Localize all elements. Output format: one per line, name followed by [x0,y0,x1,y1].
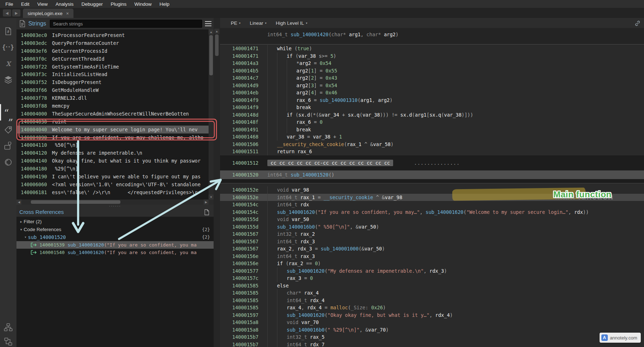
menu-item-analysis[interactable]: Analysis [52,1,77,7]
string-row[interactable]: 140003ec0IsProcessorFeaturePresent [16,31,214,39]
code-address[interactable]: 1400014c7 [232,75,259,81]
menu-item-plugins[interactable]: Plugins [107,1,130,7]
strings-vertical-scrollbar[interactable]: ▲ ▼ [209,29,214,200]
code-address[interactable]: 1400015b7 [232,334,259,340]
code-line[interactable]: 1400015b7int32_t rax_5 [220,333,644,341]
string-address[interactable]: 140004000 [21,111,52,117]
code-line[interactable]: 14000156eint64_t rax_3 [220,253,644,260]
braces-icon[interactable]: {··} [0,41,16,53]
sitemap-icon[interactable] [0,321,16,333]
string-address[interactable]: 140004040 [21,127,52,132]
code-address[interactable]: 140001491 [232,127,259,132]
string-row[interactable]: 140004140Okay okay fine, but what is it … [16,157,214,165]
code-line[interactable]: 1400015a8void var_70 [220,319,644,326]
forward-button[interactable]: ▶ [12,9,20,17]
code-address[interactable]: 1400014a3 [232,60,259,66]
function1-signature[interactable]: int64_t sub_140001420(char* arg1, char* … [267,32,399,37]
string-row[interactable]: 140006060<?xml version=\'1.0\' encoding=… [16,180,214,188]
string-row[interactable]: 140003f52IsDebuggerPresent [16,78,214,86]
code-line[interactable]: 14000152eint64_t rax_1 = __security_cook… [220,194,644,201]
string-row[interactable]: 140004030ruint [16,118,214,126]
code-address[interactable]: 140001506 [232,141,259,147]
code-line[interactable]: 14000154cint64_t rdx [220,201,644,208]
code-address[interactable]: 140001512 [232,160,259,166]
code-line[interactable]: 14000157crax_3 = 0 [220,275,644,282]
string-row[interactable]: 140003f0cGetCurrentThreadId [16,55,214,63]
code-line[interactable]: 1400014a3*arg2 = 0x54 [220,60,644,67]
code-line[interactable]: 140001471if (var_38 s>= 5) [220,52,644,60]
string-address[interactable]: 140004110 [21,142,52,148]
code-address[interactable]: 1400014b5 [232,68,259,74]
strings-menu-icon[interactable] [205,21,211,26]
code-address[interactable]: 1400014d9 [232,83,259,88]
code-address[interactable]: 1400014f9 [232,97,259,103]
code-address[interactable]: 14000148f [232,119,259,125]
code-line[interactable]: 140001511return rax_6 [220,148,644,155]
code-address[interactable]: 1400014f9 [232,104,259,110]
code-address[interactable]: 14000155d [232,224,259,230]
code-address[interactable]: 14000148d [232,112,259,118]
string-address[interactable]: 140003f52 [21,79,52,85]
code-line[interactable]: 140001597sub_140001620("Okay okay fine, … [220,311,644,319]
string-row[interactable]: 140004180 %29[^\n] [16,165,214,173]
xref-function-row[interactable]: ▾sub_140001520{2} [16,233,214,241]
xref-code-references-row[interactable]: ▾Code References{2} [16,226,214,234]
string-row[interactable]: 140003f66GetModuleHandleW [16,86,214,94]
code-line[interactable]: 1400014d9arg2[3] = 0x54 [220,82,644,89]
string-row[interactable]: 140004040Welcome to my super secure logi… [16,126,214,133]
view-mode-pe[interactable]: PE▾ [231,20,240,26]
code-address[interactable]: 140001520 [232,172,259,178]
code-line[interactable]: 1400014c7arg2[2] = 0x43 [220,74,644,82]
padding-bytes-row[interactable]: 140001512 cc cc cc cc cc cc-cc cc cc cc … [220,159,644,167]
menu-item-edit[interactable]: Edit [17,1,33,7]
menu-item-window[interactable]: Window [130,1,156,7]
code-line[interactable]: 140001468var_38 = var_38 + 1 [220,133,644,141]
code-line[interactable]: 140001491break [220,126,644,133]
code-address[interactable]: 140001471 [232,53,259,59]
menu-item-debugger[interactable]: Debugger [77,1,106,7]
code-line[interactable]: 14000148frax_6 = 0 [220,118,644,126]
string-row[interactable]: 140003ef6GetCurrentProcessId [16,47,214,55]
tab-simplelogin[interactable]: simpleLogin.exe × [23,9,73,18]
code-line[interactable]: 14000156eif (rax_2 == 0) [220,260,644,267]
string-row[interactable]: 140004090If you are so confident, you ma… [16,133,214,141]
code-address[interactable]: 140001567 [232,231,259,237]
code-address[interactable]: 14000154c [232,202,259,207]
xref-doc-icon[interactable] [204,209,209,215]
xref-address[interactable]: 140001539 [39,242,65,248]
code-line[interactable]: 14000155dsub_1400016b0(" %50[^\n]", &var… [220,223,644,231]
menu-item-file[interactable]: File [1,1,17,7]
code-line[interactable]: 140001585rax_4, rdx_4 = malloc(_Size: 0x… [220,304,644,311]
string-address[interactable]: 140003f66 [21,87,52,93]
code-line[interactable]: 14000152evoid var_98 [220,186,644,194]
hash-document-icon[interactable]: # [0,25,16,37]
code-address[interactable]: 140001585 [232,297,259,303]
xref-address[interactable]: 140001540 [39,250,65,255]
string-row[interactable]: 140003f22GetSystemTimeAsFileTime [16,63,214,71]
code-address[interactable]: 14000152e [232,187,259,193]
back-button[interactable]: ◀ [3,9,11,17]
string-address[interactable]: 140004030 [21,119,52,125]
code-line[interactable]: 1400014f9break [220,104,644,111]
code-address[interactable]: 140001567 [232,239,259,244]
panel-splitter[interactable]: ······ [16,205,214,207]
code-address[interactable]: 140001597 [232,312,259,318]
search-input[interactable] [50,20,202,28]
menu-item-view[interactable]: View [33,1,52,7]
code-address[interactable]: 14000155d [232,216,259,222]
string-address[interactable]: 140003f78 [21,95,52,101]
view-mode-high-level-il[interactable]: High Level IL▾ [276,20,307,26]
xref-call-target[interactable]: sub_140001620 [67,242,104,248]
code-line[interactable]: 1400015a8sub_1400016b0(" %29[^\n]", &var… [220,326,644,334]
string-row[interactable]: 140004120My defenses are impenetrable.\n [16,149,214,157]
globe-icon[interactable] [0,156,16,168]
code-vertical-scrollbar[interactable]: ▲ [214,18,220,347]
layers-icon[interactable] [0,73,16,85]
string-address[interactable]: 140006060 [21,182,52,187]
quotes-icon[interactable]: “„ [0,106,16,121]
flowchart-icon[interactable] [0,336,16,347]
function2-header-row[interactable]: 140001520 int64_t sub_140001520() [220,170,644,179]
code-line[interactable]: 140001585int64_t rdx_4 [220,297,644,304]
chevron-down-icon[interactable]: ▾ [19,228,24,231]
code-line[interactable]: 1400014f9rax_6 = sub_140001310(arg1, arg… [220,97,644,104]
